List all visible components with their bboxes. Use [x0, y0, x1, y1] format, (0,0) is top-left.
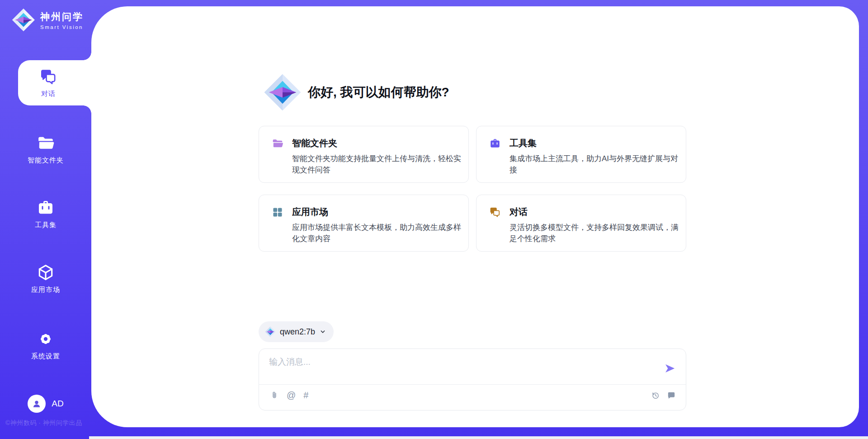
- chat-icon: [39, 68, 57, 86]
- mention-icon[interactable]: @: [287, 391, 296, 400]
- sidebar-item-app-market[interactable]: 应用市场: [0, 263, 91, 294]
- greeting: 你好, 我可以如何帮助你?: [264, 73, 449, 111]
- sidebar-item-label: 对话: [41, 90, 56, 98]
- model-diamond-icon: [265, 326, 276, 337]
- composer-divider: [259, 384, 686, 385]
- comment-icon[interactable]: [667, 391, 676, 400]
- greeting-title: 你好, 我可以如何帮助你?: [308, 84, 449, 101]
- avatar: [28, 395, 46, 413]
- sidebar-item-label: 智能文件夹: [28, 156, 64, 165]
- brand-diamond-icon: [12, 8, 35, 32]
- tab-fillet-top: [83, 52, 91, 60]
- user-account[interactable]: AD: [0, 395, 91, 413]
- card-title: 应用市场: [292, 206, 328, 218]
- card-description: 集成市场上主流工具，助力AI与外界无缝扩展与对接: [509, 153, 682, 176]
- composer-tools-right: [651, 391, 676, 400]
- card-chat[interactable]: 对话 灵活切换多模型文件，支持多样回复效果调试，满足个性化需求: [476, 195, 686, 252]
- card-toolset[interactable]: 工具集 集成市场上主流工具，助力AI与外界无缝扩展与对接: [476, 126, 686, 183]
- hashtag-icon[interactable]: #: [303, 391, 308, 400]
- composer-tools-left: @ #: [270, 391, 308, 400]
- card-title: 工具集: [509, 137, 537, 149]
- message-input[interactable]: [269, 356, 640, 381]
- card-description: 智能文件夹功能支持批量文件上传与清洗，轻松实现文件问答: [292, 153, 465, 176]
- model-name: qwen2:7b: [280, 327, 315, 337]
- copyright-text: ©神州数码 · 神州问学出品: [5, 419, 82, 427]
- toolbox-icon: [37, 199, 55, 217]
- tab-fillet-bottom: [83, 105, 91, 114]
- card-description: 灵活切换多模型文件，支持多样回复效果调试，满足个性化需求: [509, 222, 682, 244]
- toolbox-icon: [489, 138, 501, 149]
- message-composer: @ #: [259, 348, 686, 410]
- brand-name-cn: 神州问学: [40, 10, 84, 23]
- chat-icon: [489, 206, 501, 218]
- sidebar-item-label: 系统设置: [31, 352, 60, 361]
- model-selector[interactable]: qwen2:7b: [259, 321, 334, 342]
- brand-name-en: Smart Vision: [40, 24, 84, 30]
- brand: 神州问学 Smart Vision: [12, 8, 84, 32]
- folder-icon: [37, 134, 55, 152]
- sidebar-item-settings[interactable]: 系统设置: [0, 330, 91, 361]
- assistant-diamond-icon: [264, 73, 302, 111]
- card-title: 智能文件夹: [292, 137, 337, 149]
- sidebar-item-toolset[interactable]: 工具集: [0, 199, 91, 229]
- main-content-panel: 你好, 我可以如何帮助你? 智能文件夹 智能文件夹功能支持批量文件上传与清洗，轻…: [91, 6, 859, 427]
- user-name: AD: [52, 399, 63, 409]
- attachment-icon[interactable]: [270, 391, 279, 400]
- sidebar-item-label: 工具集: [35, 221, 57, 229]
- cube-icon: [37, 263, 55, 282]
- card-app-market[interactable]: 应用市场 应用市场提供丰富长文本模板，助力高效生成多样化文章内容: [259, 195, 469, 252]
- card-smart-folder[interactable]: 智能文件夹 智能文件夹功能支持批量文件上传与清洗，轻松实现文件问答: [259, 126, 469, 183]
- horizontal-scrollbar[interactable]: [89, 436, 868, 439]
- folder-icon: [272, 138, 283, 149]
- card-title: 对话: [509, 206, 528, 218]
- sidebar-item-smart-folder[interactable]: 智能文件夹: [0, 134, 91, 165]
- feature-cards: 智能文件夹 智能文件夹功能支持批量文件上传与清洗，轻松实现文件问答 工具集 集成…: [259, 126, 686, 252]
- card-description: 应用市场提供丰富长文本模板，助力高效生成多样化文章内容: [292, 222, 465, 244]
- chevron-down-icon: [319, 328, 326, 335]
- history-icon[interactable]: [651, 391, 660, 400]
- sidebar-item-label: 应用市场: [31, 286, 60, 294]
- sidebar-item-chat[interactable]: 对话: [18, 60, 91, 105]
- gear-icon: [37, 330, 55, 348]
- send-icon[interactable]: [664, 363, 676, 374]
- grid-icon: [272, 206, 283, 218]
- person-icon: [31, 398, 42, 409]
